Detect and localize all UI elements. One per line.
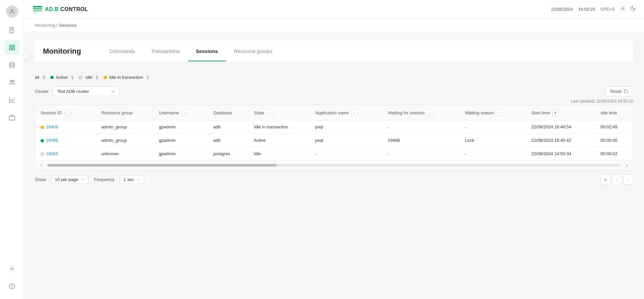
next-page-button[interactable]: › [623, 174, 633, 184]
scroll-left-arrow[interactable]: ‹ [38, 162, 45, 169]
sidebar-item-settings[interactable] [5, 261, 19, 276]
table-scroll[interactable]: Session ID ↑ › Resource group [35, 105, 633, 160]
waiting-session-sort-button[interactable]: › [427, 109, 433, 116]
per-page-select[interactable]: 10 per page [51, 175, 89, 184]
first-page-button[interactable]: « [600, 174, 610, 184]
table-header-row: Session ID ↑ › Resource group [35, 105, 633, 120]
th-resource-group: Resource group [96, 105, 153, 120]
cell-waiting-for-session: 19408 [382, 134, 460, 147]
session-id-link[interactable]: 19408 [46, 124, 58, 129]
th-waiting-for-session-label: Waiting for session [388, 110, 425, 115]
sidebar-item-dashboard[interactable] [5, 40, 19, 55]
cell-username: gpadmin [154, 147, 208, 161]
cell-database: postgres [208, 147, 249, 161]
idle-dot-icon [79, 76, 82, 79]
reset-button[interactable]: Reset [605, 86, 633, 96]
table-row: 19388admin_groupgpadminadbActivepsql1940… [35, 134, 633, 147]
topbar: AD.B CONTROL 22/08/2024 16:50:25 UTC+3 [24, 0, 644, 19]
th-idle-time: Idle time [595, 105, 633, 120]
sidebar-item-database[interactable] [5, 58, 19, 72]
breadcrumb-current: Sessions [59, 23, 77, 28]
tab-resource-groups[interactable]: Resource groups [226, 42, 280, 61]
cell-state: Idle in transaction [249, 120, 310, 134]
cell-application-name: psql [310, 134, 382, 147]
last-updated: Last updated: 22/08/2024 16:50:10 [35, 99, 633, 104]
cell-waiting-reason: - [460, 147, 526, 161]
topbar-time: 16:50:25 [578, 7, 595, 12]
cell-session-id: 18055 [35, 147, 96, 161]
page-controls: « ‹ › [600, 174, 633, 184]
sidebar-item-briefcase[interactable] [5, 110, 19, 125]
th-idle-time-label: Idle time [601, 110, 617, 115]
filter-idle-tx[interactable]: Idle in transaction 1 [104, 75, 149, 80]
breadcrumb: Monitoring / Sessions [24, 19, 644, 32]
svg-point-16 [12, 285, 12, 285]
prev-page-button[interactable]: ‹ [612, 174, 622, 184]
moon-icon[interactable] [630, 5, 636, 13]
th-username: Username › [154, 105, 208, 120]
svg-rect-12 [9, 116, 15, 120]
logo-icon [32, 4, 43, 15]
svg-rect-8 [12, 48, 14, 50]
sidebar-item-analytics[interactable] [5, 93, 19, 107]
state-sort-button[interactable]: › [266, 109, 273, 116]
user-avatar[interactable] [6, 5, 18, 17]
filter-idle[interactable]: Idle 1 [79, 75, 98, 80]
scrollbar-thumb [47, 164, 277, 167]
session-id-sort-button[interactable]: › [67, 109, 74, 116]
scroll-right-arrow[interactable]: › [624, 162, 630, 169]
cluster-select[interactable]: Test ADB cluster [53, 86, 120, 96]
svg-point-9 [10, 63, 14, 64]
reset-label: Reset [610, 89, 622, 94]
table-row: 19408admin_groupgpadminadbIdle in transa… [35, 120, 633, 134]
cell-state: Active [249, 134, 310, 147]
tabs: Commands Transactions Sessions Resource … [101, 42, 625, 61]
settings-icon[interactable] [620, 5, 626, 13]
tab-transactions[interactable]: Transactions [143, 42, 187, 61]
active-dot-icon [50, 76, 54, 79]
tab-sessions[interactable]: Sessions [188, 42, 226, 61]
sidebar-item-users[interactable] [5, 75, 19, 90]
cell-start-time: 22/08/2024 14:50:34 [526, 147, 595, 161]
content-area: Monitoring / Sessions Monitoring Command… [24, 19, 644, 299]
sidebar-collapse-button[interactable]: › [23, 52, 31, 59]
horizontal-scrollbar[interactable] [47, 164, 621, 167]
filter-active[interactable]: Active 1 [50, 75, 73, 80]
reset-icon [624, 89, 628, 94]
filter-active-label: Active [56, 75, 67, 80]
tab-commands[interactable]: Commands [101, 42, 143, 61]
cell-waiting-for-session: - [382, 120, 460, 134]
svg-rect-6 [12, 45, 14, 47]
session-id-link[interactable]: 18055 [46, 151, 58, 156]
cell-application-name: psql [310, 120, 382, 134]
waiting-reason-sort-button[interactable]: › [496, 109, 502, 116]
th-resource-group-label: Resource group [102, 110, 133, 115]
th-database: Database [208, 105, 249, 120]
page-body: Monitoring Commands Transactions Session… [24, 32, 644, 299]
filter-all[interactable]: all 3 [35, 75, 45, 80]
cell-waiting-reason: - [460, 120, 526, 134]
cell-username: gpadmin [154, 120, 208, 134]
session-id-link[interactable]: 19388 [46, 138, 58, 143]
sessions-data-table: Session ID ↑ › Resource group [35, 105, 633, 160]
breadcrumb-parent[interactable]: Monitoring [35, 23, 55, 28]
cell-start-time: 22/08/2024 16:45:42 [526, 134, 595, 147]
application-sort-button[interactable]: › [351, 109, 358, 116]
cell-start-time: 22/08/2024 16:46:54 [526, 120, 595, 134]
table-body: 19408admin_groupgpadminadbIdle in transa… [35, 120, 633, 161]
svg-point-13 [11, 268, 13, 270]
start-time-filter-button[interactable]: ▼ [552, 109, 559, 116]
filter-idle-label: Idle [86, 75, 93, 80]
sidebar-item-info[interactable] [5, 279, 19, 294]
sidebar-item-file[interactable] [5, 23, 19, 38]
filter-active-count: 1 [71, 75, 73, 80]
frequency-select[interactable]: 1 sec [120, 175, 144, 184]
chevron-down-icon [111, 89, 115, 94]
username-sort-button[interactable]: › [181, 109, 188, 116]
cell-resource-group: unknown [96, 147, 153, 161]
th-database-label: Database [213, 110, 232, 115]
per-page-chevron-icon [81, 177, 85, 181]
topbar-date: 22/08/2024 [551, 7, 573, 12]
cell-waiting-reason: Lock [460, 134, 526, 147]
cell-database: adb [208, 120, 249, 134]
